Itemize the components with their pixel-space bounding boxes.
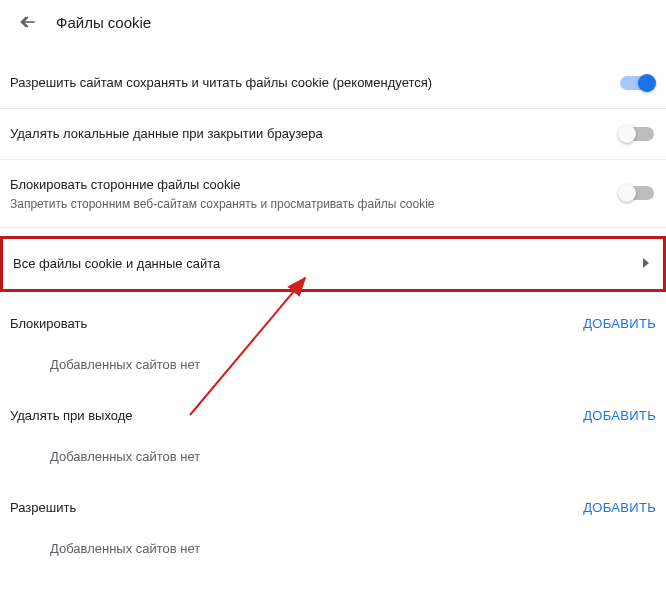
setting-allow-sites[interactable]: Разрешить сайтам сохранять и читать файл… xyxy=(0,44,666,109)
section-header: Разрешить ДОБАВИТЬ xyxy=(10,500,656,515)
all-cookies-label: Все файлы cookie и данные сайта xyxy=(13,255,220,273)
section-allow: Разрешить ДОБАВИТЬ Добавленных сайтов не… xyxy=(0,476,666,568)
add-button-allow[interactable]: ДОБАВИТЬ xyxy=(583,500,656,515)
toggle-delete-on-close[interactable] xyxy=(620,127,654,141)
add-button-delete[interactable]: ДОБАВИТЬ xyxy=(583,408,656,423)
setting-block-third-party[interactable]: Блокировать сторонние файлы cookie Запре… xyxy=(0,160,666,227)
section-delete-on-exit: Удалять при выходе ДОБАВИТЬ Добавленных … xyxy=(0,384,666,476)
toggle-knob-icon xyxy=(638,74,656,92)
setting-sublabel: Запретить сторонним веб-сайтам сохранять… xyxy=(10,197,620,211)
add-button-block[interactable]: ДОБАВИТЬ xyxy=(583,316,656,331)
section-title: Удалять при выходе xyxy=(10,408,133,423)
setting-label-wrap: Удалять локальные данные при закрытии бр… xyxy=(10,125,620,143)
section-header: Блокировать ДОБАВИТЬ xyxy=(10,316,656,331)
chevron-right-icon xyxy=(643,256,649,271)
empty-msg: Добавленных сайтов нет xyxy=(10,331,656,378)
toggle-allow-sites[interactable] xyxy=(620,76,654,90)
setting-label-wrap: Блокировать сторонние файлы cookie Запре… xyxy=(10,176,620,210)
empty-msg: Добавленных сайтов нет xyxy=(10,423,656,470)
page-title: Файлы cookie xyxy=(56,14,151,31)
setting-label: Удалять локальные данные при закрытии бр… xyxy=(10,125,620,143)
empty-msg: Добавленных сайтов нет xyxy=(10,515,656,562)
section-header: Удалять при выходе ДОБАВИТЬ xyxy=(10,408,656,423)
toggle-block-third-party[interactable] xyxy=(620,186,654,200)
toggle-knob-icon xyxy=(618,125,636,143)
all-cookies-row[interactable]: Все файлы cookie и данные сайта xyxy=(0,236,666,292)
section-title: Разрешить xyxy=(10,500,76,515)
setting-delete-on-close[interactable]: Удалять локальные данные при закрытии бр… xyxy=(0,109,666,160)
setting-label-wrap: Разрешить сайтам сохранять и читать файл… xyxy=(10,74,620,92)
setting-label: Блокировать сторонние файлы cookie xyxy=(10,176,620,194)
section-block: Блокировать ДОБАВИТЬ Добавленных сайтов … xyxy=(0,292,666,384)
settings-header: Файлы cookie xyxy=(0,0,666,44)
setting-label: Разрешить сайтам сохранять и читать файл… xyxy=(10,74,620,92)
back-button[interactable] xyxy=(18,12,38,32)
section-title: Блокировать xyxy=(10,316,87,331)
toggle-knob-icon xyxy=(618,184,636,202)
arrow-left-icon xyxy=(18,12,38,32)
